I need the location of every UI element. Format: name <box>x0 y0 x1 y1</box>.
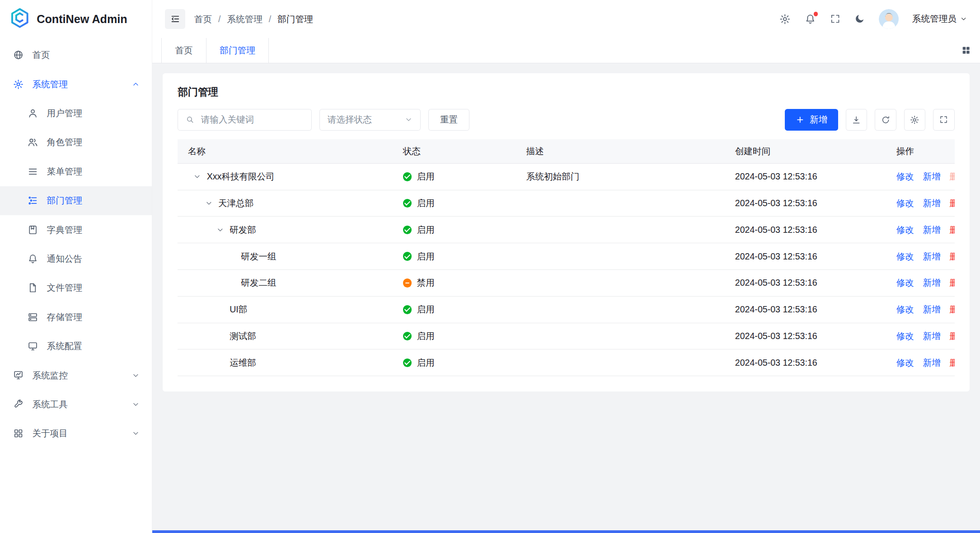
add-button[interactable]: 新增 <box>785 109 838 131</box>
sidebar-item-file-management[interactable]: 文件管理 <box>0 274 152 302</box>
delete-link[interactable]: 删除 <box>949 277 954 289</box>
delete-link[interactable]: 删除 <box>949 303 954 316</box>
sidebar-item-label: 系统配置 <box>47 340 82 352</box>
status-enabled-icon <box>403 226 412 235</box>
created-time: 2024-05-03 12:53:16 <box>725 296 886 323</box>
gear-icon <box>13 79 24 90</box>
sidebar-item-home[interactable]: 首页 <box>0 41 152 70</box>
sidebar-item-storage-management[interactable]: 存储管理 <box>0 302 152 331</box>
column-settings-button[interactable] <box>904 109 926 131</box>
sidebar-item-user-management[interactable]: 用户管理 <box>0 99 152 127</box>
dept-table: 名称 状态 描述 创建时间 操作 Xxx科技有限公司 启用 系统初始部门 20 <box>178 139 954 376</box>
content-area: 部门管理 请选择状态 重置 <box>152 63 980 533</box>
edit-link[interactable]: 修改 <box>896 330 914 342</box>
dark-mode-moon-icon[interactable] <box>854 13 865 24</box>
add-child-link[interactable]: 新增 <box>923 170 941 183</box>
dept-name: Xxx科技有限公司 <box>207 170 275 183</box>
sidebar-item-system-tools[interactable]: 系统工具 <box>0 390 152 419</box>
delete-link[interactable]: 删除 <box>949 250 954 263</box>
expand-caret-icon[interactable] <box>204 199 213 208</box>
user-avatar[interactable] <box>879 9 899 29</box>
book-icon <box>27 224 38 236</box>
sidebar-item-role-management[interactable]: 角色管理 <box>0 128 152 157</box>
add-child-link[interactable]: 新增 <box>923 303 941 316</box>
tab-label: 部门管理 <box>220 44 255 57</box>
breadcrumb-home[interactable]: 首页 <box>194 13 212 25</box>
sidebar-item-label: 首页 <box>32 49 50 61</box>
tab-dept-management[interactable]: 部门管理 <box>206 38 269 63</box>
refresh-button[interactable] <box>875 109 896 131</box>
created-time: 2024-05-03 12:53:16 <box>725 243 886 270</box>
settings-icon[interactable] <box>779 13 791 25</box>
sidebar-item-notice[interactable]: 通知公告 <box>0 244 152 273</box>
expand-caret-icon[interactable] <box>193 172 202 181</box>
status-enabled-icon <box>403 358 412 368</box>
edit-link[interactable]: 修改 <box>896 224 914 236</box>
bell-icon <box>27 253 38 264</box>
dept-desc <box>516 190 725 217</box>
status-select[interactable]: 请选择状态 <box>319 109 421 131</box>
created-time: 2024-05-03 12:53:16 <box>725 323 886 349</box>
chevron-down-icon <box>132 372 140 379</box>
add-child-link[interactable]: 新增 <box>923 330 941 342</box>
chevron-down-icon <box>405 116 413 123</box>
sidebar-item-system-management[interactable]: 系统管理 <box>0 70 152 99</box>
delete-link[interactable]: 删除 <box>949 330 954 342</box>
sidebar-item-about-project[interactable]: 关于项目 <box>0 419 152 448</box>
status-enabled-icon <box>403 305 412 314</box>
dept-name: 运维部 <box>230 357 256 369</box>
add-child-link[interactable]: 新增 <box>923 250 941 263</box>
dept-desc <box>516 296 725 323</box>
expand-caret-icon[interactable] <box>216 226 225 235</box>
main-area: 首页 / 系统管理 / 部门管理 <box>152 0 980 533</box>
delete-link[interactable]: 删除 <box>949 224 954 236</box>
reset-button[interactable]: 重置 <box>428 109 470 131</box>
edit-link[interactable]: 修改 <box>896 197 914 209</box>
sidebar-item-label: 字典管理 <box>47 224 82 236</box>
status-enabled-icon <box>403 199 412 208</box>
breadcrumb-system-management[interactable]: 系统管理 <box>227 13 262 25</box>
sidebar-item-system-config[interactable]: 系统配置 <box>0 332 152 361</box>
table-row: 研发部 启用 2024-05-03 12:53:16 修改新增删除 <box>178 217 954 243</box>
sidebar-item-dict-management[interactable]: 字典管理 <box>0 215 152 244</box>
list-icon <box>27 166 38 177</box>
add-child-link[interactable]: 新增 <box>923 357 941 369</box>
edit-link[interactable]: 修改 <box>896 250 914 263</box>
edit-link[interactable]: 修改 <box>896 170 914 183</box>
dept-desc <box>516 323 725 349</box>
delete-link[interactable]: 删除 <box>949 357 954 369</box>
app-logo[interactable]: ContiNew Admin <box>0 0 152 38</box>
edit-link[interactable]: 修改 <box>896 277 914 289</box>
dept-management-card: 部门管理 请选择状态 重置 <box>163 73 970 391</box>
table-fullscreen-button[interactable] <box>933 109 955 131</box>
collapse-sidebar-button[interactable] <box>165 9 185 29</box>
sidebar-item-label: 系统管理 <box>32 78 67 90</box>
search-input[interactable] <box>200 114 305 126</box>
user-menu[interactable]: 系统管理员 <box>912 13 967 25</box>
delete-link[interactable]: 删除 <box>949 197 954 209</box>
status-label: 禁用 <box>417 277 435 289</box>
add-child-link[interactable]: 新增 <box>923 277 941 289</box>
sidebar-item-dept-management[interactable]: 部门管理 <box>0 186 152 215</box>
sidebar-item-system-monitor[interactable]: 系统监控 <box>0 361 152 390</box>
sidebar-submenu-system: 用户管理 角色管理 菜单管理 <box>0 99 152 361</box>
sidebar-item-label: 系统监控 <box>32 369 67 382</box>
notifications-bell-icon[interactable] <box>804 13 816 25</box>
table-row: 运维部 启用 2024-05-03 12:53:16 修改新增删除 <box>178 349 954 376</box>
status-label: 启用 <box>417 330 435 342</box>
edit-link[interactable]: 修改 <box>896 357 914 369</box>
sidebar-item-menu-management[interactable]: 菜单管理 <box>0 157 152 186</box>
tab-home[interactable]: 首页 <box>161 38 206 63</box>
fullscreen-icon[interactable] <box>830 13 841 24</box>
dept-desc <box>516 270 725 297</box>
column-header-status: 状态 <box>393 139 516 163</box>
tab-actions-grid-icon[interactable] <box>952 38 980 63</box>
page-title: 部门管理 <box>178 85 954 99</box>
add-child-link[interactable]: 新增 <box>923 197 941 209</box>
export-download-button[interactable] <box>846 109 867 131</box>
add-child-link[interactable]: 新增 <box>923 224 941 236</box>
edit-link[interactable]: 修改 <box>896 303 914 316</box>
dept-desc <box>516 217 725 243</box>
dept-name: UI部 <box>230 303 247 316</box>
status-enabled-icon <box>403 252 412 261</box>
